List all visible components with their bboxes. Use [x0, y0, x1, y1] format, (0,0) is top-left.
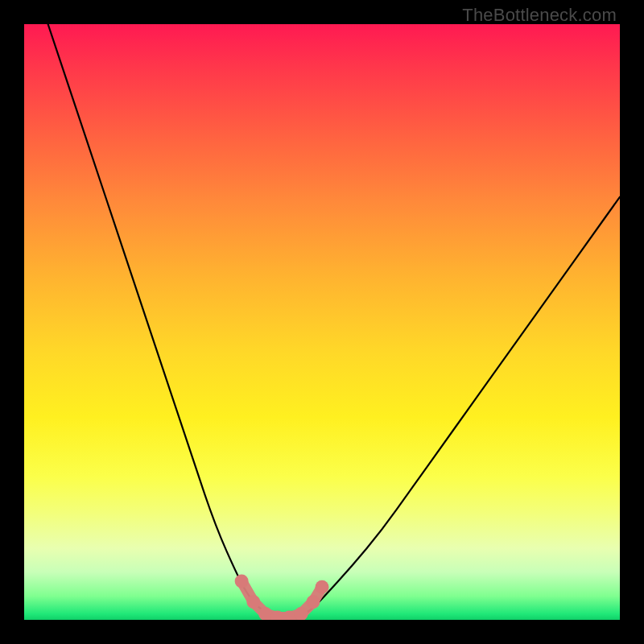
chart-frame: TheBottleneck.com	[0, 0, 644, 644]
bottom-highlight-dots	[235, 574, 329, 620]
bottleneck-curve	[48, 24, 620, 617]
curve-layer	[24, 24, 620, 620]
highlight-dot	[306, 595, 320, 609]
plot-area	[24, 24, 620, 620]
highlight-dot	[246, 595, 260, 609]
highlight-dot	[316, 580, 329, 594]
watermark-text: TheBottleneck.com	[462, 5, 617, 26]
highlight-dot	[235, 574, 249, 588]
